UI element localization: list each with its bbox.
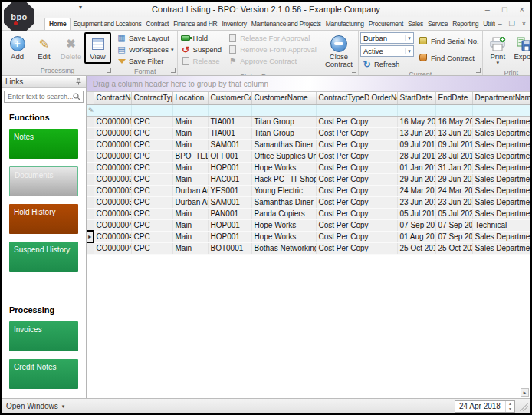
grid-cell[interactable]: Cost Per Copy <box>316 242 369 254</box>
grid-cell[interactable]: Titan Group <box>251 127 316 139</box>
grid-cell[interactable] <box>369 208 397 219</box>
mdi-restore-icon[interactable]: ❐ <box>509 20 515 28</box>
grid-cell[interactable]: CO0000018 <box>94 139 131 150</box>
release-button[interactable]: Release <box>179 55 224 67</box>
tab-contract[interactable]: Contract <box>143 18 171 30</box>
filter-cell-contracttype[interactable] <box>131 104 172 116</box>
sidebar-item-credit-notes[interactable]: Credit Notes <box>9 359 78 389</box>
grid-cell[interactable]: CPC <box>131 196 172 208</box>
grid-cell[interactable]: 31 Jan 2016 <box>435 162 472 173</box>
grid-cell[interactable]: CPC <box>131 208 172 219</box>
table-row[interactable]: CO0000042CPCMainHOP001Hope WorksCost Per… <box>87 219 530 231</box>
grid-cell[interactable]: Cost Per Copy <box>316 208 369 219</box>
export-button[interactable]: Export <box>511 32 530 64</box>
grid-cell[interactable]: CO0000041 <box>94 208 131 219</box>
grid-cell[interactable]: CPC <box>131 150 172 162</box>
grid-cell[interactable]: Cost Per Copy <box>316 150 369 162</box>
grid-cell[interactable]: Sales Department <box>472 242 530 254</box>
grid-cell[interactable]: CPC <box>131 173 172 185</box>
grid-cell[interactable]: CPC <box>131 231 172 242</box>
grid-cell[interactable] <box>369 185 397 196</box>
grid-cell[interactable]: Cost Per Copy <box>316 231 369 242</box>
grid-cell[interactable]: Main <box>172 173 208 185</box>
refresh-button[interactable]: ↻ Refresh <box>360 58 414 70</box>
grid-cell[interactable]: Samanthas Diner <box>251 139 316 150</box>
grid-cell[interactable]: SAM001 <box>208 196 251 208</box>
column-header-contractno[interactable]: ContractNo <box>94 92 131 104</box>
grid-cell[interactable]: Cost Per Copy <box>316 173 369 185</box>
print-button[interactable]: Print ▾ <box>484 32 511 68</box>
grid-cell[interactable]: 09 Jul 2014 <box>397 139 435 150</box>
sidebar-search-input[interactable] <box>5 93 73 100</box>
hscroll-right-arrow-icon[interactable]: ► <box>521 388 529 397</box>
grid-cell[interactable]: 07 Sep 2016 <box>397 219 435 231</box>
grid-cell[interactable]: 13 Jun 2019 <box>435 127 472 139</box>
filter-cell-orderno[interactable] <box>369 104 397 116</box>
tab-equipment-and-locations[interactable]: Equipment and Locations <box>71 18 143 30</box>
grid-cell[interactable]: Office Supplies Unlimited <box>251 150 316 162</box>
grid-cell[interactable]: 25 Oct 2016 <box>397 242 435 254</box>
grid-cell[interactable]: 23 Jun 2021 <box>435 196 472 208</box>
save-layout-button[interactable]: ▦ Save Layout <box>115 32 171 44</box>
table-row[interactable]: CO0000019CPCBPO_TELOFF001Office Supplies… <box>87 150 530 162</box>
grid-cell[interactable]: Sales Department <box>472 162 530 173</box>
table-row[interactable]: CO0000028CPCMainHAC001Hack PC - IT ShopC… <box>87 173 530 185</box>
grid-cell[interactable]: 05 Jul 2016 <box>397 208 435 219</box>
grid-cell[interactable]: CPC <box>131 242 172 254</box>
filter-cell-customercode[interactable] <box>208 104 251 116</box>
grid-cell[interactable]: 29 Jun 2020 <box>435 173 472 185</box>
grid-cell[interactable]: 29 Jun 2015 <box>397 173 435 185</box>
column-header-customercode[interactable]: CustomerCode <box>208 92 251 104</box>
dialog-launcher-icon[interactable] <box>171 68 176 73</box>
grid-cell[interactable] <box>369 150 397 162</box>
grid-cell[interactable]: Young Electric <box>251 185 316 196</box>
table-row[interactable]: CO0000020CPCMainHOP001Hope WorksCost Per… <box>87 162 530 173</box>
grid-cell[interactable]: PAN001 <box>208 208 251 219</box>
grid-cell[interactable]: CO0000038 <box>94 196 131 208</box>
grid-cell[interactable]: Sales Department <box>472 208 530 219</box>
view-button[interactable]: View <box>84 32 111 64</box>
grid-cell[interactable] <box>369 116 397 127</box>
tab-reporting[interactable]: Reporting <box>450 18 481 30</box>
tab-procurement[interactable]: Procurement <box>366 18 406 30</box>
grid-cell[interactable]: TIA001 <box>208 116 251 127</box>
filter-cell-customername[interactable] <box>251 104 316 116</box>
grid-cell[interactable]: Main <box>172 116 208 127</box>
grid-cell[interactable]: Sales Department <box>472 196 530 208</box>
grid-cell[interactable]: HOP001 <box>208 162 251 173</box>
tab-sales[interactable]: Sales <box>406 18 425 30</box>
date-picker[interactable]: 24 Apr 2018 ▴ ▾ <box>455 400 515 413</box>
grid-cell[interactable]: CO0000019 <box>94 150 131 162</box>
grid-cell[interactable]: Technical <box>472 219 530 231</box>
grid-cell[interactable] <box>369 173 397 185</box>
close-icon[interactable]: × <box>520 5 524 14</box>
grid-cell[interactable]: Bothas Networking inc <box>251 242 316 254</box>
grid-cell[interactable]: 07 Sep 2021 <box>435 219 472 231</box>
suspend-button[interactable]: ↺ Suspend <box>179 44 224 55</box>
find-contract-button[interactable]: Find Contract <box>417 52 481 64</box>
table-row[interactable]: CO0000031CPCDurban AreaYES001Young Elect… <box>87 185 530 196</box>
grid-cell[interactable]: CPC <box>131 185 172 196</box>
grid-cell[interactable]: Titan Group <box>251 116 316 127</box>
grid-cell[interactable]: CO0000028 <box>94 173 131 185</box>
grid-cell[interactable]: 28 Jul 2014 <box>397 150 435 162</box>
dialog-launcher-icon[interactable] <box>107 68 111 73</box>
grid-cell[interactable]: Main <box>172 219 208 231</box>
sidebar-item-invoices[interactable]: Invoices <box>9 321 78 351</box>
grid-cell[interactable]: Main <box>172 208 208 219</box>
grid-cell[interactable]: Sales Department <box>472 139 530 150</box>
grid-cell[interactable]: 13 Jun 2014 <box>397 127 435 139</box>
approve-contract-button[interactable]: ⚑ Approve Contract <box>226 55 318 67</box>
grid-cell[interactable]: Main <box>172 127 208 139</box>
hold-button[interactable]: Hold <box>179 32 224 44</box>
filter-cell-enddate[interactable] <box>435 104 472 116</box>
workspaces-button[interactable]: ▤ Workspaces ▾ <box>115 44 176 55</box>
grid-cell[interactable]: CPC <box>131 116 172 127</box>
filter-cell-location[interactable] <box>172 104 208 116</box>
add-button[interactable]: + Add <box>4 32 31 64</box>
grid-cell[interactable]: Main <box>172 162 208 173</box>
column-header-enddate[interactable]: EndDate <box>435 92 472 104</box>
grid-cell[interactable]: Cost Per Copy <box>316 219 369 231</box>
grid-cell[interactable]: BOT0001 <box>208 242 251 254</box>
grid-cell[interactable] <box>369 242 397 254</box>
